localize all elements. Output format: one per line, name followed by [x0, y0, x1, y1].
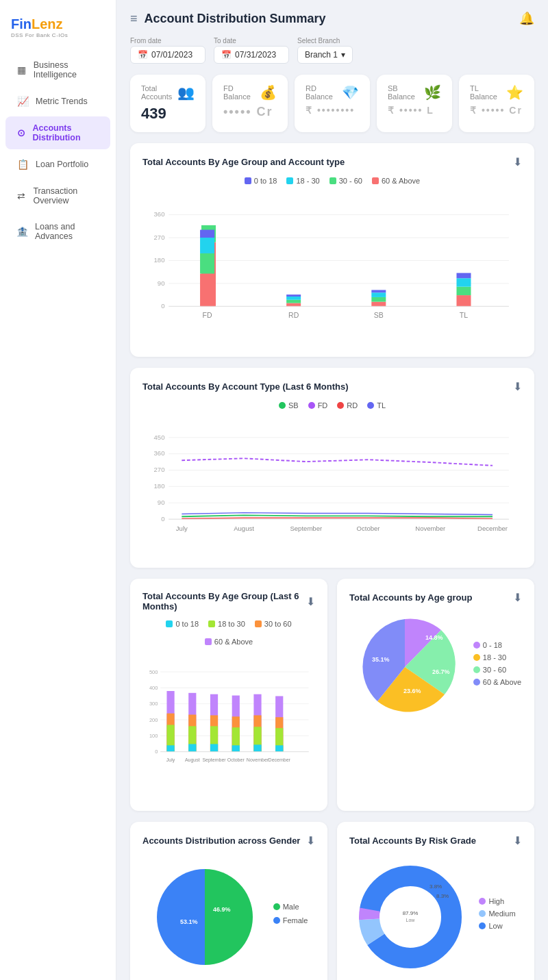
card-value: ••••• Cr [223, 105, 277, 119]
download-icon-3[interactable]: ⬇ [306, 595, 315, 608]
sidebar-item-label: Transaction Overview [33, 186, 99, 205]
legend-item: 30 - 60 [329, 177, 362, 185]
svg-text:300: 300 [149, 701, 158, 707]
legend-color [473, 642, 480, 649]
sidebar-item-label: Business Intelligence [34, 60, 99, 79]
card-title: FD Balance [223, 84, 260, 101]
download-icon[interactable]: ⬇ [513, 155, 522, 168]
stat-card-tl-balance: TL Balance ⭐ ₹ ••••• Cr [459, 75, 534, 132]
svg-rect-26 [456, 287, 471, 295]
chart-risk-grade: Total Accounts By Risk Grade ⬇ [337, 822, 534, 980]
chart-title: Total Accounts By Age Group and Account … [142, 157, 345, 167]
card-value: ₹ •••••••• [306, 105, 359, 116]
legend-item: 0 to 18 [166, 620, 199, 628]
svg-text:450: 450 [154, 434, 165, 441]
svg-text:180: 180 [154, 482, 165, 490]
chart1-legend: 0 to 18 18 - 30 30 - 60 60 & Above [142, 177, 522, 185]
legend-item: High [479, 897, 515, 905]
chart3-legend: 0 to 18 18 to 30 30 to 60 60 & Above [142, 620, 315, 646]
svg-rect-15 [200, 238, 214, 253]
svg-text:270: 270 [154, 466, 165, 473]
sidebar-item-metric-trends[interactable]: 📈 Metric Trends [5, 89, 110, 114]
svg-text:90: 90 [158, 499, 165, 506]
svg-text:360: 360 [154, 449, 165, 457]
chart-age-group-6months: Total Accounts By Age Group (Last 6 Mont… [130, 579, 327, 811]
stat-card-rd-balance: RD Balance 💎 ₹ •••••••• [295, 75, 370, 132]
legend-label: High [488, 897, 504, 905]
notification-bell[interactable]: 🔔 [519, 11, 534, 26]
legend-color [245, 177, 251, 184]
pie-svg-gender: 53.1% 46.9% [150, 855, 260, 979]
legend-color [367, 402, 374, 409]
to-date-input[interactable]: 📅 07/31/2023 [214, 46, 289, 64]
legend-label: 30 - 60 [483, 666, 506, 674]
branch-label: Select Branch [297, 37, 353, 45]
svg-rect-72 [188, 744, 196, 751]
sidebar-item-accounts-distribution[interactable]: ⊙ Accounts Distribution [5, 116, 110, 149]
chart-title: Total Accounts By Risk Grade [349, 835, 476, 846]
sidebar-item-label: Loans and Advances [35, 222, 99, 241]
legend-label: TL [377, 401, 386, 410]
chart-title: Total Accounts By Age Group (Last 6 Mont… [142, 591, 306, 612]
sidebar-item-loans-advances[interactable]: 🏦 Loans and Advances [5, 215, 110, 248]
svg-rect-21 [371, 302, 386, 307]
people-icon: 👥 [177, 84, 195, 101]
legend-label: 60 & Above [382, 177, 420, 185]
svg-text:26.7%: 26.7% [432, 668, 450, 675]
bottom-charts-row2: Accounts Distribution across Gender ⬇ 53… [130, 822, 534, 980]
legend-label: 18 - 30 [296, 177, 319, 185]
download-icon-4[interactable]: ⬇ [513, 591, 522, 604]
card-value: ₹ ••••• L [388, 105, 441, 116]
stat-card-total-accounts: Total Accounts 👥 439 [130, 75, 206, 132]
donut-svg-risk: 87.9% Low 3.8% 8.3% [356, 855, 465, 979]
svg-text:8.3%: 8.3% [436, 893, 449, 899]
bank-icon: 🏦 [16, 226, 28, 237]
svg-rect-84 [253, 744, 261, 751]
download-icon-5[interactable]: ⬇ [306, 834, 315, 847]
menu-icon[interactable]: ≡ [130, 12, 138, 26]
chart-title: Total Accounts by Age group [349, 592, 472, 603]
legend-label: FD [318, 401, 328, 410]
pie-chart-gender: 53.1% 46.9% Male Female [142, 855, 315, 979]
legend-color [473, 679, 480, 686]
svg-text:September: September [202, 757, 226, 763]
download-icon-2[interactable]: ⬇ [513, 380, 522, 393]
svg-text:August: August [185, 757, 200, 763]
chevron-down-icon: ▾ [341, 50, 345, 60]
pie-svg-age: 14.8% 26.7% 23.6% 35.1% [350, 612, 460, 722]
svg-rect-28 [456, 273, 471, 279]
pie-chart-age: 14.8% 26.7% 23.6% 35.1% 0 - 18 18 - 30 [349, 612, 522, 722]
sidebar-item-label: Accounts Distribution [32, 123, 99, 142]
legend-label: 0 to 18 [175, 620, 199, 628]
branch-value: Branch 1 [305, 50, 338, 60]
svg-text:400: 400 [149, 685, 158, 691]
download-icon-6[interactable]: ⬇ [513, 834, 522, 847]
to-date-group: To date 📅 07/31/2023 [214, 37, 289, 64]
sidebar-item-business-intelligence[interactable]: ▦ Business Intelligence [5, 53, 110, 86]
legend-item: Medium [479, 909, 515, 918]
legend-label: 18 to 30 [218, 620, 245, 628]
legend-item: SB [279, 401, 299, 410]
legend-color [273, 903, 280, 910]
sidebar-item-loan-portfolio[interactable]: 📋 Loan Portfolio [5, 152, 110, 177]
svg-text:23.6%: 23.6% [403, 688, 421, 694]
svg-rect-23 [371, 292, 386, 297]
svg-text:0: 0 [161, 515, 164, 523]
svg-rect-27 [456, 278, 471, 286]
chart2-svg: 0 90 180 270 360 450 July August Septemb… [142, 416, 522, 553]
page-title: ≡ Account Distribution Summary [130, 12, 326, 26]
from-date-input[interactable]: 📅 07/01/2023 [130, 46, 206, 64]
star-icon: ⭐ [506, 84, 523, 101]
card-title: TL Balance [470, 84, 506, 101]
legend-color [255, 620, 262, 627]
branch-select[interactable]: Branch 1 ▾ [297, 46, 353, 64]
pie-legend-gender: Male Female [273, 903, 308, 925]
clipboard-icon: 📋 [16, 159, 29, 170]
svg-rect-68 [166, 745, 174, 751]
svg-text:Low: Low [406, 918, 416, 922]
main-content: ≡ Account Distribution Summary 🔔 From da… [116, 0, 548, 980]
page-header: ≡ Account Distribution Summary 🔔 [130, 11, 534, 26]
svg-text:RD: RD [288, 312, 299, 320]
sidebar-item-transaction-overview[interactable]: ⇄ Transaction Overview [5, 179, 110, 212]
legend-item: 30 to 60 [255, 620, 292, 628]
